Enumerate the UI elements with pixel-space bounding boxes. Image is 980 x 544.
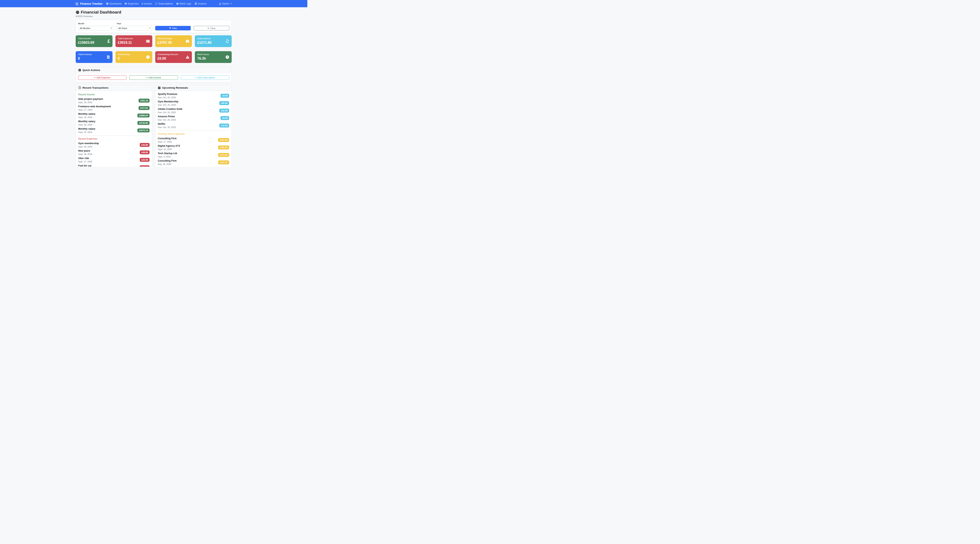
nav-item-work-logs[interactable]: Work Logs — [176, 2, 191, 5]
tx-date: Sept. 28, 2025 — [78, 145, 99, 148]
renewal-row: Adobe Creative Suite Due: Oct. 20, 2025 … — [158, 108, 229, 113]
amount-badge: £20.09 — [140, 158, 150, 162]
recent-income-label: Recent Income — [78, 93, 150, 96]
pending-payment-row: Digital Agency XYZ Sept. 10, 2025 £290.5… — [158, 145, 229, 150]
tx-name: Spotify Premium — [158, 93, 177, 96]
filter-button[interactable]: Filter — [155, 26, 191, 30]
amount-badge: £9.99 — [221, 94, 229, 98]
nav-item-expenses[interactable]: Expenses — [124, 2, 138, 5]
tx-date: Aug. 28, 2025 — [158, 163, 177, 165]
clear-button-label: Clear — [210, 27, 216, 29]
tx-name: Uber ride — [78, 157, 92, 160]
chart-line-icon — [76, 2, 79, 5]
month-label: Month — [78, 22, 114, 25]
stat-label: Subscriptions — [197, 37, 229, 40]
amount-badge: £2732.85 — [137, 121, 150, 125]
amount-badge: £76.18 — [140, 165, 150, 167]
upcoming-renewals-header: Upcoming Renewals — [156, 85, 231, 91]
tx-name: Monthly salary — [78, 120, 95, 123]
page-title-text: Financial Dashboard — [81, 10, 121, 14]
filter-button-label: Filter — [172, 27, 177, 29]
plus-icon: + — [146, 76, 148, 79]
recent-transactions-header: Recent Transactions — [76, 85, 152, 91]
plus-icon: + — [94, 76, 95, 79]
stat-label: Work Hours — [197, 53, 229, 56]
tx-name: Fuel for car — [78, 164, 92, 167]
stat-value: 0 — [118, 56, 150, 61]
tx-date: Sept. 9, 2025 — [158, 156, 177, 158]
nav-label: Invoices — [198, 2, 207, 5]
plus-circle-icon — [78, 69, 81, 72]
x-icon: ✕ — [207, 27, 209, 30]
stat-value: 76.3h — [197, 56, 229, 61]
stat-value: 0 — [78, 56, 110, 61]
nav-item-dashboard[interactable]: Dashboard — [106, 2, 121, 5]
nav-label: Subscriptions — [158, 2, 173, 5]
quick-actions-title: Quick Actions — [83, 69, 100, 72]
add-income-label: Add Income — [148, 76, 161, 79]
brand-link[interactable]: Finance Tracker — [76, 2, 102, 5]
brand-label: Finance Tracker — [80, 2, 102, 5]
stat-label: Work Earnings — [158, 37, 190, 40]
nav-item-invoices[interactable]: Invoices — [194, 2, 207, 5]
top-navbar: Finance Tracker Dashboard — [0, 0, 307, 7]
year-field: Year All Years — [117, 22, 152, 30]
arrows-rotate-icon — [155, 2, 158, 5]
stat-label: Total Income — [78, 37, 110, 40]
tx-date: Due: Oct. 20, 2025 — [158, 111, 183, 113]
amount-badge: £2896.64 — [137, 113, 150, 118]
tx-date: Due: Oct. 20, 2025 — [158, 96, 177, 99]
tx-date: Due: Oct. 20, 2025 — [158, 126, 176, 128]
speedometer-icon — [76, 10, 80, 14]
tx-date: Due: Oct. 20, 2025 — [158, 119, 176, 121]
expense-row: Gym membership Sept. 28, 2025 £43.89 — [78, 142, 150, 148]
nav-label: Expenses — [128, 2, 138, 5]
recent-transactions-card: Recent Transactions Recent Income Side p… — [76, 85, 152, 167]
amount-badge: £43.89 — [140, 143, 150, 147]
amount-badge: £290.50 — [218, 145, 229, 150]
person-icon — [219, 2, 221, 5]
recent-expenses-label: Recent Expenses — [78, 137, 150, 140]
tx-date: Sept. 28, 2025 — [78, 101, 103, 104]
stat-label: Total Expenses — [118, 37, 150, 40]
stat-card-total-expenses: Total Expenses £3919.11 — [115, 35, 152, 47]
stat-label: Outstanding Amount — [158, 53, 190, 56]
stats-grid: Total Income £15603.69 £ Total Expenses … — [76, 35, 232, 63]
tx-name: Netflix — [158, 123, 176, 125]
tx-date: Sept. 17, 2025 — [158, 140, 177, 143]
add-subscription-label: Add Subscription — [197, 76, 215, 79]
stat-value: £3919.11 — [118, 41, 150, 45]
clock-icon — [225, 55, 229, 59]
tx-date: Sept. 27, 2025 — [78, 108, 111, 111]
renewal-row: Gym Membership Due: Oct. 20, 2025 £45.00 — [158, 100, 229, 106]
add-expense-button[interactable]: + Add Expense — [78, 75, 126, 80]
income-row: Side project payment Sept. 28, 2025 £301… — [78, 98, 150, 104]
upcoming-renewals-title: Upcoming Renewals — [162, 86, 188, 89]
tx-name: Consulting Firm — [158, 160, 177, 162]
amount-badge: £370.80 — [218, 153, 229, 157]
pound-icon: £ — [142, 2, 143, 5]
stat-card-outstanding: Outstanding 0 — [115, 51, 152, 63]
divider — [78, 135, 150, 136]
renewal-row: Netflix Due: Oct. 20, 2025 £10.99 — [158, 123, 229, 128]
year-select[interactable]: All Years — [117, 26, 152, 30]
pending-payment-row: Tech Startup Ltd Sept. 9, 2025 £370.80 — [158, 152, 229, 158]
year-label: Year — [117, 22, 152, 25]
user-menu[interactable]: Demo — [219, 2, 232, 5]
income-row: Monthly salary Sept. 26, 2025 £2732.85 — [78, 120, 150, 126]
tx-name: Gym Membership — [158, 100, 178, 103]
add-subscription-button[interactable]: + Add Subscription — [181, 75, 229, 80]
tx-name: Monthly salary — [78, 128, 95, 130]
clear-button[interactable]: ✕ Clear — [194, 26, 229, 30]
add-expense-label: Add Expense — [96, 76, 110, 79]
nav-label: Income — [144, 2, 152, 5]
month-select[interactable]: All Months — [78, 26, 114, 30]
nav-item-income[interactable]: £ Income — [142, 2, 152, 5]
history-icon — [78, 86, 81, 89]
add-income-button[interactable]: + Add Income — [129, 75, 178, 80]
income-row: Freelance web development Sept. 27, 2025… — [78, 105, 150, 111]
nav-item-subscriptions[interactable]: Subscriptions — [155, 2, 173, 5]
income-row: Monthly salary Sept. 25, 2025 £2973.70 — [78, 128, 150, 133]
pending-payment-row: Consulting Firm Sept. 17, 2025 £321.00 — [158, 137, 229, 143]
amount-badge: £8.99 — [221, 116, 229, 120]
